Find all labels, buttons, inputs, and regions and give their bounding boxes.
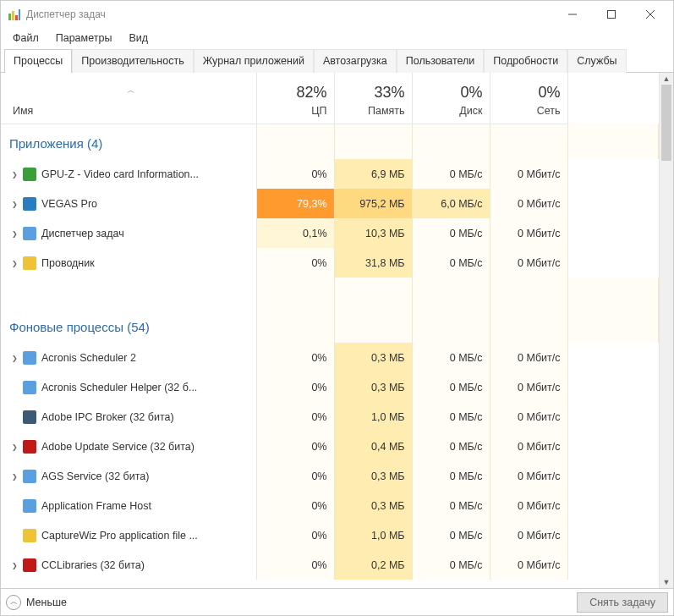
metric-cell: 0 МБ/с [412,432,490,461]
process-name-cell[interactable]: ❯CCLibraries (32 бита) [1,550,256,580]
expand-chevron-icon[interactable]: ❯ [9,355,19,362]
expand-chevron-icon[interactable]: ❯ [9,201,19,208]
process-name-cell[interactable]: ❯Проводник [1,248,256,278]
tab-performance[interactable]: Производительность [72,49,193,73]
process-icon [23,558,36,572]
process-name-cell[interactable]: ❯AGS Service (32 бита) [1,461,256,491]
tab-services[interactable]: Службы [567,49,626,73]
tab-apphistory[interactable]: Журнал приложений [194,49,314,73]
scroll-up-icon[interactable]: ▲ [660,73,673,85]
table-row[interactable]: CaptureWiz Pro application file ...0%1,0… [1,520,659,550]
menu-options[interactable]: Параметры [47,30,121,47]
metric-cell: 0 Мбит/с [490,520,567,550]
tab-users[interactable]: Пользователи [397,49,485,73]
minimize-button[interactable] [553,2,592,27]
expand-chevron-icon[interactable]: ❯ [9,562,19,569]
maximize-button[interactable] [592,2,631,27]
menubar: Файл Параметры Вид [1,28,673,48]
process-name-label: Диспетчер задач [41,228,124,239]
col-name[interactable]: ︿ Имя [1,73,256,124]
table-row[interactable]: ❯Adobe Update Service (32 бита)0%0,4 МБ0… [1,432,659,461]
process-name-cell[interactable]: Adobe IPC Broker (32 бита) [1,402,256,432]
close-button[interactable] [631,2,670,27]
process-name-cell[interactable]: CaptureWiz Pro application file ... [1,520,256,550]
group-header[interactable]: Фоновые процессы (54) [1,307,659,343]
end-task-button[interactable]: Снять задачу [577,592,668,613]
metric-cell: 0 Мбит/с [490,550,567,580]
process-name-cell[interactable]: ❯Acronis Scheduler 2 [1,343,256,372]
expand-chevron-icon[interactable]: ❯ [9,443,19,451]
process-name-label: Acronis Scheduler Helper (32 б... [41,382,197,393]
process-name-cell[interactable]: ❯Диспетчер задач [1,218,256,248]
process-icon [23,351,36,365]
expand-chevron-icon[interactable]: ❯ [9,260,19,267]
app-icon [8,8,21,21]
expand-chevron-icon[interactable]: ❯ [9,171,19,179]
metric-cell: 0 Мбит/с [490,248,567,278]
metric-cell: 975,2 МБ [334,189,412,218]
table-row[interactable]: ❯AGS Service (32 бита)0%0,3 МБ0 МБ/с0 Мб… [1,461,659,491]
col-memory[interactable]: 33%Память [334,73,412,124]
metric-cell: 0 Мбит/с [490,372,567,402]
table-row[interactable]: ❯GPU-Z - Video card Information...0%6,9 … [1,159,659,189]
metric-cell: 0 МБ/с [412,372,490,402]
metric-cell: 79,3% [256,189,334,218]
process-name-cell[interactable]: ❯GPU-Z - Video card Information... [1,159,256,189]
scroll-thumb[interactable] [661,85,671,161]
metric-cell: 0% [256,432,334,461]
metric-cell: 0 МБ/с [412,402,490,432]
metric-cell: 0% [256,550,334,580]
process-name-label: Проводник [41,257,95,269]
metric-cell: 0% [256,520,334,550]
table-row[interactable]: Adobe IPC Broker (32 бита)0%1,0 МБ0 МБ/с… [1,402,659,432]
chevron-up-icon: ︿ [6,595,21,610]
metric-cell: 0% [256,372,334,402]
metric-cell: 31,8 МБ [334,248,412,278]
tab-details[interactable]: Подробности [484,49,567,73]
metric-cell: 0 Мбит/с [490,402,567,432]
metric-cell: 0% [256,461,334,491]
scroll-down-icon[interactable]: ▼ [660,576,673,588]
tab-startup[interactable]: Автозагрузка [314,49,397,73]
process-icon [23,256,36,270]
process-name-label: Application Frame Host [41,500,151,512]
metric-cell: 0% [256,248,334,278]
table-row[interactable]: ❯Acronis Scheduler 20%0,3 МБ0 МБ/с0 Мбит… [1,343,659,372]
metric-cell: 0 Мбит/с [490,432,567,461]
table-row[interactable]: Application Frame Host0%0,3 МБ0 МБ/с0 Мб… [1,491,659,520]
metric-cell: 0 МБ/с [412,343,490,372]
process-name-cell[interactable]: ❯Adobe Update Service (32 бита) [1,432,256,461]
sort-chevron-icon: ︿ [13,85,249,96]
group-header[interactable]: Приложения (4) [1,124,659,159]
fewer-details-button[interactable]: ︿ Меньше [6,595,67,610]
tab-processes[interactable]: Процессы [4,49,72,73]
metric-cell: 0,3 МБ [334,491,412,520]
expand-chevron-icon[interactable]: ❯ [9,473,19,481]
col-network[interactable]: 0%Сеть [490,73,567,124]
tabstrip: Процессы Производительность Журнал прило… [1,48,673,73]
svg-rect-0 [8,14,11,20]
group-spacer [1,278,659,307]
col-disk[interactable]: 0%Диск [412,73,490,124]
table-row[interactable]: ❯Диспетчер задач0,1%10,3 МБ0 МБ/с0 Мбит/… [1,218,659,248]
expand-chevron-icon[interactable]: ❯ [9,230,19,238]
metric-cell: 0 Мбит/с [490,218,567,248]
metric-cell: 0 Мбит/с [490,461,567,491]
metric-cell: 0 МБ/с [412,461,490,491]
menu-file[interactable]: Файл [4,30,47,47]
table-row[interactable]: ❯CCLibraries (32 бита)0%0,2 МБ0 МБ/с0 Мб… [1,550,659,580]
process-name-cell[interactable]: Application Frame Host [1,491,256,520]
process-name-label: Acronis Scheduler 2 [41,352,136,364]
vertical-scrollbar[interactable]: ▲ ▼ [659,73,673,588]
table-row[interactable]: ❯VEGAS Pro79,3%975,2 МБ6,0 МБ/с0 Мбит/с [1,189,659,218]
table-row[interactable]: Acronis Scheduler Helper (32 б...0%0,3 М… [1,372,659,402]
metric-cell: 0,2 МБ [334,550,412,580]
window-titlebar: Диспетчер задач [1,1,673,28]
process-name-cell[interactable]: Acronis Scheduler Helper (32 б... [1,372,256,402]
menu-view[interactable]: Вид [120,30,156,47]
col-cpu[interactable]: 82%ЦП [256,73,334,124]
process-name-cell[interactable]: ❯VEGAS Pro [1,189,256,218]
metric-cell: 0,3 МБ [334,343,412,372]
metric-cell: 0,3 МБ [334,372,412,402]
table-row[interactable]: ❯Проводник0%31,8 МБ0 МБ/с0 Мбит/с [1,248,659,278]
